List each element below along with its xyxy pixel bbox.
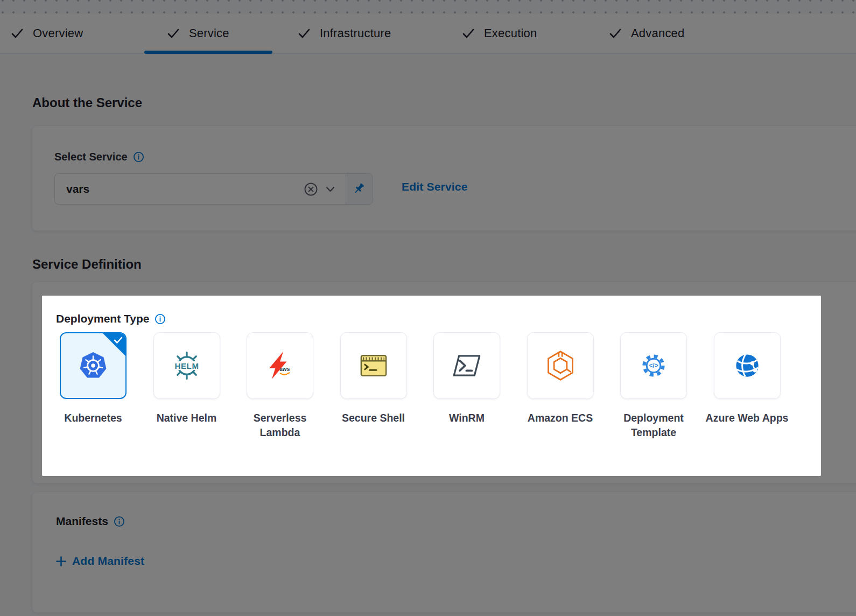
tab-label: Advanced [631, 26, 684, 40]
tab-label: Execution [484, 26, 537, 40]
check-icon [609, 27, 622, 39]
deployment-type-native-helm[interactable]: Native Helm [153, 332, 220, 399]
tab-service[interactable]: Service [167, 14, 229, 53]
manifests-card: Manifests Add Manifest [32, 492, 856, 613]
deployment-type-label-winrm: WinRM [419, 411, 515, 425]
stage-tabbar: OverviewServiceInfrastructureExecutionAd… [0, 14, 856, 54]
deployment-type-deployment-template[interactable]: Deployment Template [620, 332, 687, 399]
check-icon [11, 27, 24, 39]
deployment-type-label-azure-web-apps: Azure Web Apps [699, 411, 795, 425]
deployment-type-label: Deployment Type [56, 312, 149, 325]
tab-overview[interactable]: Overview [11, 14, 83, 53]
check-icon [298, 27, 311, 39]
service-select-group: vars [54, 173, 373, 205]
deployment-type-secure-shell[interactable]: Secure Shell [340, 332, 407, 399]
native-helm-icon [171, 349, 203, 382]
secure-shell-icon [357, 349, 390, 382]
deployment-type-label-serverless-lambda: Serverless Lambda [232, 411, 328, 440]
deployment-type-amazon-ecs[interactable]: Amazon ECS [527, 332, 594, 399]
pipeline-canvas-strip [0, 0, 856, 14]
about-service-card: Select Service vars [32, 125, 856, 231]
deployment-type-label-native-helm: Native Helm [139, 411, 235, 425]
check-icon [167, 27, 180, 39]
deployment-type-label-amazon-ecs: Amazon ECS [513, 411, 608, 425]
service-select[interactable]: vars [54, 173, 346, 205]
clear-icon[interactable] [304, 182, 318, 197]
plus-icon [56, 556, 66, 566]
tab-infrastructure[interactable]: Infrastructure [298, 14, 391, 53]
deployment-type-azure-web-apps[interactable]: Azure Web Apps [714, 332, 781, 399]
select-service-label: Select Service [54, 151, 128, 163]
deployment-type-winrm[interactable]: WinRM [433, 332, 500, 399]
deployment-type-tile[interactable] [527, 332, 594, 399]
deployment-type-kubernetes[interactable]: Kubernetes [60, 332, 127, 399]
tab-label: Overview [33, 26, 83, 40]
winrm-icon [451, 349, 483, 382]
info-icon[interactable] [155, 313, 166, 325]
deployment-type-spotlight: Deployment Type KubernetesNative HelmSer… [42, 296, 821, 476]
check-icon [462, 27, 475, 39]
service-select-value: vars [55, 183, 304, 195]
tab-label: Infrastructure [320, 26, 391, 40]
deployment-type-label-secure-shell: Secure Shell [326, 411, 422, 425]
deployment-type-tile[interactable] [620, 332, 687, 399]
deployment-type-tile[interactable] [60, 332, 127, 399]
tab-execution[interactable]: Execution [462, 14, 537, 53]
selected-check-icon [114, 337, 123, 346]
add-manifest-label: Add Manifest [72, 555, 144, 568]
add-manifest-button[interactable]: Add Manifest [56, 555, 144, 568]
service-definition-heading: Service Definition [32, 257, 142, 272]
deployment-type-tile[interactable] [247, 332, 313, 399]
azure-web-apps-icon [731, 349, 763, 382]
service-tab-content: About the Service Select Service vars [0, 55, 856, 616]
pin-service-button[interactable] [346, 173, 373, 205]
tab-label: Service [189, 26, 229, 40]
manifests-heading: Manifests [56, 515, 108, 528]
tab-advanced[interactable]: Advanced [609, 14, 684, 53]
info-icon[interactable] [114, 516, 125, 527]
edit-service-link[interactable]: Edit Service [402, 180, 468, 193]
deployment-type-tile[interactable] [153, 332, 220, 399]
deployment-type-tile[interactable] [340, 332, 407, 399]
serverless-lambda-icon [264, 349, 296, 382]
deployment-template-icon [637, 349, 670, 382]
deployment-type-label-kubernetes: Kubernetes [45, 411, 141, 425]
deployment-type-label-deployment-template: Deployment Template [606, 411, 701, 440]
chevron-down-icon[interactable] [326, 186, 335, 193]
deployment-type-serverless-lambda[interactable]: Serverless Lambda [247, 332, 313, 399]
info-icon[interactable] [133, 151, 144, 163]
pin-icon [353, 183, 366, 195]
deployment-type-tile[interactable] [714, 332, 781, 399]
amazon-ecs-icon [544, 349, 577, 382]
deployment-type-tile[interactable] [433, 332, 500, 399]
about-service-heading: About the Service [32, 95, 142, 110]
deployment-type-tiles: KubernetesNative HelmServerless LambdaSe… [60, 332, 781, 399]
service-definition-card: Deployment Type KubernetesNative HelmSer… [32, 282, 856, 484]
